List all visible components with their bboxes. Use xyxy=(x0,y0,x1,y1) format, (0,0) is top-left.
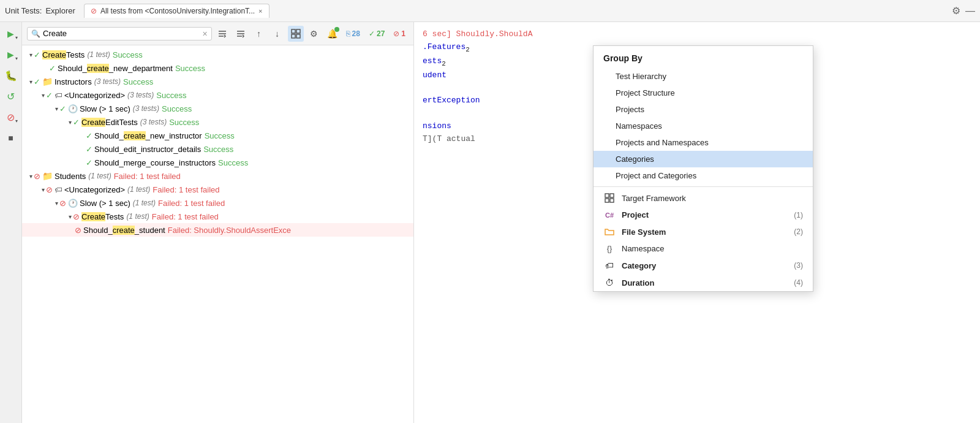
file-system-count: (2) xyxy=(794,227,803,236)
svg-rect-7 xyxy=(296,29,300,33)
test-meta: (3 tests) xyxy=(133,104,159,113)
run-dropdown-icon: ▾ xyxy=(15,35,18,40)
test-name: Should_create_student xyxy=(83,226,165,235)
sort-desc-btn[interactable]: ↓ xyxy=(270,26,285,42)
menu-item-projects-and-namespaces[interactable]: Projects and Namespaces xyxy=(594,134,813,151)
main-area: ▶ ▾ ▶ ▾ 🐛 ↺ ⊘ ▾ ■ 🔍 × xyxy=(0,22,980,423)
test-meta: (1 test) xyxy=(127,185,150,194)
test-result: Success xyxy=(203,145,233,154)
search-input[interactable] xyxy=(43,29,200,38)
duration-count: (4) xyxy=(794,278,803,287)
tree-row[interactable]: ▾ ✓ CreateTests (1 test) Success xyxy=(22,48,413,61)
square-stop-button[interactable]: ■ xyxy=(3,130,19,146)
test-result: Success xyxy=(162,104,192,113)
tab-close-icon[interactable]: × xyxy=(258,7,262,15)
test-result: Success xyxy=(205,131,235,140)
menu-item-category[interactable]: 🏷 Category (3) xyxy=(594,257,813,274)
menu-item-test-hierarchy[interactable]: Test Hierarchy xyxy=(594,68,813,85)
refresh-icon: ↺ xyxy=(7,91,15,102)
menu-item-categories[interactable]: Categories xyxy=(594,151,813,167)
svg-rect-10 xyxy=(605,194,609,197)
menu-item-duration[interactable]: ⏱ Duration (4) xyxy=(594,274,813,291)
debug-dropdown-icon: ▾ xyxy=(15,56,18,61)
file-system-label: File System xyxy=(622,227,788,237)
category-label: Category xyxy=(622,261,788,270)
filter-btn-2[interactable] xyxy=(233,26,249,42)
left-sidebar: ▶ ▾ ▶ ▾ 🐛 ↺ ⊘ ▾ ■ xyxy=(0,22,22,423)
tab-all-tests[interactable]: ⊘ All tests from <ContosoUniversity.Inte… xyxy=(84,4,270,18)
fail-status-icon: ⊘ xyxy=(34,172,40,181)
menu-item-project-and-categories[interactable]: Project and Categories xyxy=(594,167,813,184)
clear-search-icon[interactable]: × xyxy=(202,29,207,39)
test-result: Failed: 1 test failed xyxy=(158,199,225,208)
chevron-icon: ▾ xyxy=(42,92,45,99)
tree-row[interactable]: ▾ ⊘ 🏷 <Uncategorized> (1 test) Failed: 1… xyxy=(22,183,413,196)
duration-icon: ⏱ xyxy=(603,278,616,288)
tree-row[interactable]: ▾ ✓ CreateEditTests (3 tests) Success xyxy=(22,115,413,129)
sort-asc-btn[interactable]: ↑ xyxy=(251,26,267,42)
tree-row[interactable]: ⊘ Should_create_student Failed: Shouldly… xyxy=(22,223,413,237)
menu-item-file-system[interactable]: File System (2) xyxy=(594,223,813,240)
tree-area: ▾ ✓ CreateTests (1 test) Success ✓ Shoul… xyxy=(22,45,413,423)
filter-btn-1[interactable] xyxy=(214,26,230,42)
test-name: Instructors xyxy=(55,77,92,86)
tree-row[interactable]: ✓ Should_edit_instructor_details Success xyxy=(22,142,413,156)
pass-status-icon: ✓ xyxy=(86,131,92,140)
fail-status-icon: ⊘ xyxy=(59,199,66,208)
tree-row[interactable]: ▾ ⊘ 📁 Students (1 test) Failed: 1 test f… xyxy=(22,169,413,183)
tree-row[interactable]: ▾ ⊘ 🕐 Slow (> 1 sec) (1 test) Failed: 1 … xyxy=(22,196,413,210)
menu-item-namespaces[interactable]: Namespaces xyxy=(594,118,813,134)
chevron-icon: ▾ xyxy=(29,173,32,180)
stop-button[interactable]: ⊘ ▾ xyxy=(3,109,19,125)
test-meta: (1 test) xyxy=(88,172,111,180)
group-by-dropdown: Group By Test Hierarchy Project Structur… xyxy=(593,45,813,292)
features-text: .Features xyxy=(423,42,466,51)
chevron-icon: ▾ xyxy=(55,200,58,207)
menu-item-projects[interactable]: Projects xyxy=(594,101,813,118)
tag-icon: 🏷 xyxy=(55,91,62,100)
title-minimize-icon[interactable]: — xyxy=(965,6,975,17)
test-name: Should_edit_instructor_details xyxy=(94,145,201,154)
chevron-icon: ▾ xyxy=(55,105,58,112)
svg-rect-12 xyxy=(605,199,609,202)
pass-status-icon: ✓ xyxy=(46,91,53,100)
chevron-icon: ▾ xyxy=(69,119,72,126)
tree-row[interactable]: ▾ ✓ 📁 Instructors (3 tests) Success xyxy=(22,75,413,88)
fail-count: 1 xyxy=(401,29,405,38)
tree-row[interactable]: ✓ Should_create_new_department Success xyxy=(22,61,413,75)
test-result: Success xyxy=(218,158,248,167)
menu-item-project-structure[interactable]: Project Structure xyxy=(594,85,813,101)
search-box[interactable]: 🔍 × xyxy=(27,27,212,40)
test-meta: (3 tests) xyxy=(140,118,167,126)
title-gear-icon[interactable]: ⚙ xyxy=(952,5,960,17)
tree-row[interactable]: ▾ ✓ 🏷 <Uncategorized> (3 tests) Success xyxy=(22,88,413,102)
test-result: Success xyxy=(156,91,186,100)
highlight-span: Create xyxy=(81,212,105,221)
target-framework-label: Target Framework xyxy=(622,194,803,203)
test-panel: 🔍 × ↑ ↓ xyxy=(22,22,414,423)
test-result: Success xyxy=(113,50,143,59)
grid-view-btn[interactable] xyxy=(288,26,304,42)
menu-item-namespace[interactable]: {} Namespace xyxy=(594,240,813,257)
tree-row[interactable]: ▾ ⊘ CreateTests (1 test) Failed: 1 test … xyxy=(22,210,413,223)
run-all-button[interactable]: ▶ ▾ xyxy=(3,26,19,42)
bug-button[interactable]: 🐛 xyxy=(3,67,19,83)
tree-row[interactable]: ▾ ✓ 🕐 Slow (> 1 sec) (3 tests) Success xyxy=(22,102,413,115)
test-name: Should_create_new_department xyxy=(58,64,173,73)
notification-btn[interactable]: 🔔 xyxy=(325,26,341,42)
test-meta: (3 tests) xyxy=(127,91,154,99)
refresh-button[interactable]: ↺ xyxy=(3,88,19,104)
tree-row[interactable]: ✓ Should_merge_course_instructors Succes… xyxy=(22,156,413,169)
settings-btn[interactable]: ⚙ xyxy=(306,26,322,42)
folder-icon: 📁 xyxy=(42,171,53,181)
project-icon: C# xyxy=(603,212,616,219)
debug-run-button[interactable]: ▶ ▾ xyxy=(3,47,19,63)
highlight-span: create xyxy=(124,131,146,140)
test-name: Should_create_new_instructor xyxy=(94,131,202,140)
highlight-span: create xyxy=(87,64,109,73)
svg-rect-6 xyxy=(292,29,295,33)
menu-item-target-framework[interactable]: Target Framework xyxy=(594,189,813,207)
tree-row[interactable]: ✓ Should_create_new_instructor Success xyxy=(22,129,413,142)
menu-divider xyxy=(594,186,813,187)
menu-item-project[interactable]: C# Project (1) xyxy=(594,207,813,223)
